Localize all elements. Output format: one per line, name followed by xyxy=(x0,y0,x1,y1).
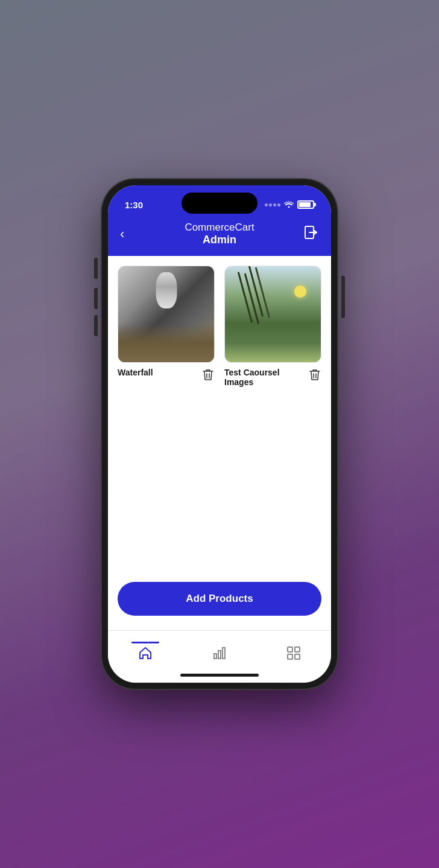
tab-home[interactable] xyxy=(125,643,165,663)
svg-rect-10 xyxy=(295,647,300,652)
tab-analytics[interactable] xyxy=(200,643,239,663)
app-name: CommerceCart xyxy=(142,222,297,234)
status-icons xyxy=(265,200,314,209)
analytics-icon xyxy=(212,645,227,661)
product-image-waterfall xyxy=(118,266,214,362)
svg-rect-8 xyxy=(223,648,225,659)
products-grid-icon xyxy=(286,645,302,661)
wifi-icon xyxy=(284,200,294,209)
product-info: Waterfall xyxy=(118,368,215,382)
list-item: Waterfall xyxy=(118,266,215,387)
products-grid: Waterfall xyxy=(118,266,321,387)
battery-icon xyxy=(297,200,314,209)
home-icon xyxy=(137,645,153,661)
header: ‹ CommerceCart Admin xyxy=(108,215,331,256)
svg-rect-11 xyxy=(288,654,292,659)
signal-icon xyxy=(265,203,280,206)
svg-rect-9 xyxy=(288,647,292,652)
delete-button[interactable] xyxy=(201,368,215,382)
svg-rect-12 xyxy=(295,654,300,659)
add-products-button[interactable]: Add Products xyxy=(118,582,321,616)
page-title: Admin xyxy=(142,234,297,246)
tab-products[interactable] xyxy=(274,643,314,663)
tab-bar xyxy=(108,630,331,674)
dynamic-island xyxy=(182,193,257,214)
phone-outer: 1:30 xyxy=(102,179,337,689)
status-time: 1:30 xyxy=(125,200,143,210)
product-info: Test Caoursel Images xyxy=(224,368,321,387)
product-image-carousel xyxy=(225,266,321,362)
main-content: Waterfall xyxy=(108,256,331,630)
home-bar-line xyxy=(180,674,259,677)
product-image-container xyxy=(224,266,321,363)
home-bar xyxy=(108,674,331,683)
product-image-container xyxy=(118,266,215,363)
phone-screen: 1:30 xyxy=(108,185,331,683)
logout-button[interactable] xyxy=(297,225,319,244)
product-name: Waterfall xyxy=(118,368,201,377)
list-item: Test Caoursel Images xyxy=(224,266,321,387)
header-title: CommerceCart Admin xyxy=(142,222,297,246)
svg-rect-7 xyxy=(218,651,221,659)
status-bar: 1:30 xyxy=(108,185,331,215)
delete-button[interactable] xyxy=(308,368,321,382)
svg-rect-6 xyxy=(214,654,216,659)
back-button[interactable]: ‹ xyxy=(120,226,142,242)
product-name: Test Caoursel Images xyxy=(224,368,308,387)
